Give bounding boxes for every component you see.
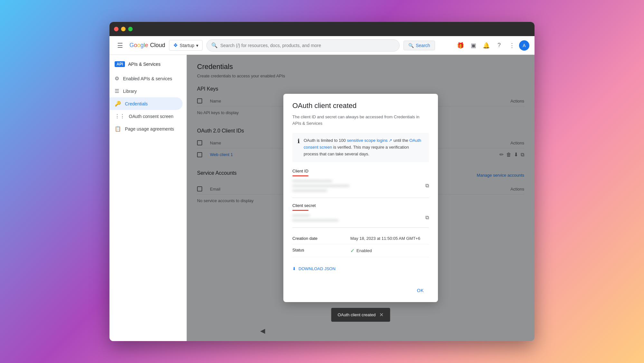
chevron-down-icon: ▾: [196, 43, 198, 48]
sidebar-header: API APIs & Services: [109, 59, 186, 72]
modal-subtitle: The client ID and secret can always be a…: [292, 114, 429, 126]
download-label: DOWNLOAD JSON: [298, 266, 336, 271]
close-button[interactable]: [114, 27, 118, 31]
sidebar-title: APIs & Services: [128, 62, 160, 67]
download-json-button[interactable]: ⬇ DOWNLOAD JSON: [292, 264, 429, 274]
nav-icons: 🎁 ▣ 🔔 ? ⋮ A: [455, 40, 529, 51]
navbar: ☰ Google Google Cloud Cloud ❖ Startup ▾ …: [109, 36, 535, 55]
client-secret-value-row: •••••••••••••• •••••••••••••••••••••••••…: [292, 213, 429, 222]
creation-date-value: May 18, 2023 at 11:50:05 AM GMT+6: [350, 236, 429, 241]
api-badge: API: [115, 61, 125, 67]
sidebar-item-library[interactable]: ☰ Library: [109, 85, 183, 97]
google-g-icon: Google: [129, 42, 148, 49]
sidebar-item-label: Page usage agreements: [125, 126, 174, 132]
notifications-icon[interactable]: 🔔: [480, 40, 492, 51]
sidebar-item-page-usage[interactable]: 📋 Page usage agreements: [109, 123, 183, 135]
client-id-value: •••••••••••••••••••••••••••••••• •••••••…: [292, 179, 423, 192]
sensitive-scope-logins-link[interactable]: sensitive scope logins ↗: [347, 138, 392, 143]
status-row: Status ✓ Enabled: [292, 244, 429, 257]
sidebar-item-label: Credentials: [125, 101, 148, 106]
help-icon[interactable]: ?: [493, 40, 505, 51]
project-label: Startup: [180, 43, 194, 48]
traffic-lights: [114, 27, 133, 31]
titlebar: [109, 22, 535, 36]
client-secret-section: Client secret •••••••••••••• •••••••••••…: [292, 203, 429, 228]
minimize-button[interactable]: [121, 27, 126, 31]
search-button[interactable]: 🔍 OK Search: [403, 41, 435, 50]
browser-window: ☰ Google Google Cloud Cloud ❖ Startup ▾ …: [109, 22, 535, 341]
copy-client-secret-button[interactable]: ⧉: [425, 215, 429, 221]
credentials-icon: 🔑: [115, 101, 121, 107]
snackbar-close-button[interactable]: ✕: [379, 312, 384, 318]
search-icon-btn: 🔍: [408, 43, 414, 48]
search-bar[interactable]: 🔍: [206, 39, 400, 52]
avatar[interactable]: A: [519, 40, 529, 51]
project-selector[interactable]: ❖ Startup ▾: [169, 40, 203, 51]
project-icon: ❖: [173, 42, 178, 48]
creation-date-label: Creation date: [292, 236, 350, 241]
client-id-section: Client ID ••••••••••••••••••••••••••••••…: [292, 169, 429, 198]
snackbar: OAuth client created ✕: [331, 308, 390, 322]
info-icon: ℹ: [298, 138, 300, 145]
sidebar-item-label: OAuth consent screen: [129, 114, 174, 119]
info-text: OAuth is limited to 100 sensitive scope …: [304, 137, 424, 157]
copy-client-id-button[interactable]: ⧉: [425, 183, 429, 189]
search-icon: 🔍: [211, 42, 218, 48]
page-usage-icon: 📋: [115, 126, 121, 132]
creation-date-row: Creation date May 18, 2023 at 11:50:05 A…: [292, 233, 429, 244]
oauth-client-created-dialog: OAuth client created The client ID and s…: [283, 94, 438, 302]
sidebar-item-oauth-consent[interactable]: ⋮⋮ OAuth consent screen: [109, 110, 183, 123]
sidebar-item-credentials[interactable]: 🔑 Credentials: [109, 97, 183, 110]
more-options-icon[interactable]: ⋮: [506, 40, 518, 51]
sidebar-item-label: Enabled APIs & services: [123, 76, 172, 81]
info-box: ℹ OAuth is limited to 100 sensitive scop…: [292, 133, 429, 162]
library-icon: ☰: [115, 88, 119, 94]
client-id-underline: [292, 175, 308, 176]
ok-button[interactable]: OK: [412, 285, 429, 296]
cloud-shell-icon[interactable]: ▣: [468, 40, 479, 51]
client-secret-label: Client secret: [292, 203, 429, 208]
page-content: Credentials Create credentials to access…: [187, 55, 535, 341]
search-input[interactable]: [220, 43, 395, 48]
hamburger-menu-icon[interactable]: ☰: [115, 39, 126, 52]
modal-footer: OK: [292, 281, 429, 296]
download-icon: ⬇: [292, 266, 296, 271]
client-secret-underline: [292, 210, 308, 211]
maximize-button[interactable]: [128, 27, 133, 31]
status-label: Status: [292, 248, 350, 254]
client-id-value-row: •••••••••••••••••••••••••••••••• •••••••…: [292, 179, 429, 192]
google-cloud-logo: Google Google Cloud Cloud: [129, 42, 165, 49]
client-secret-value: •••••••••••••• •••••••••••••••••••••••••…: [292, 213, 423, 222]
client-id-label: Client ID: [292, 169, 429, 173]
status-check-icon: ✓: [350, 248, 355, 254]
snackbar-text: OAuth client created: [338, 312, 376, 317]
sidebar-item-enabled-apis[interactable]: ⚙ Enabled APIs & services: [109, 72, 183, 85]
modal-overlay: OAuth client created The client ID and s…: [187, 55, 535, 341]
gift-icon[interactable]: 🎁: [455, 40, 466, 51]
enabled-apis-icon: ⚙: [115, 75, 119, 82]
status-value: ✓ Enabled: [350, 248, 429, 254]
sidebar: API APIs & Services ⚙ Enabled APIs & ser…: [109, 55, 187, 341]
modal-title: OAuth client created: [292, 102, 429, 110]
sidebar-item-label: Library: [123, 89, 137, 94]
main-content: API APIs & Services ⚙ Enabled APIs & ser…: [109, 55, 535, 341]
oauth-consent-icon: ⋮⋮: [115, 113, 125, 119]
